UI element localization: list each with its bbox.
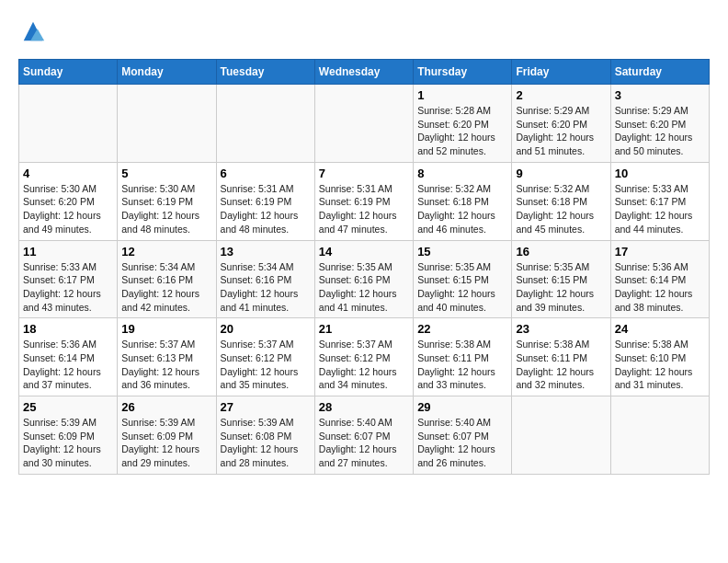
day-info: Sunrise: 5:36 AM Sunset: 6:14 PM Dayligh… — [615, 260, 705, 315]
column-header-friday: Friday — [512, 60, 610, 85]
day-info: Sunrise: 5:38 AM Sunset: 6:11 PM Dayligh… — [516, 338, 606, 392]
day-info: Sunrise: 5:39 AM Sunset: 6:08 PM Dayligh… — [221, 416, 311, 470]
calendar-cell: 9Sunrise: 5:32 AM Sunset: 6:18 PM Daylig… — [512, 162, 610, 240]
calendar-cell: 29Sunrise: 5:40 AM Sunset: 6:07 PM Dayli… — [414, 396, 512, 475]
day-info: Sunrise: 5:30 AM Sunset: 6:19 PM Dayligh… — [121, 182, 211, 236]
day-info: Sunrise: 5:31 AM Sunset: 6:19 PM Dayligh… — [221, 182, 311, 236]
day-number: 16 — [516, 245, 606, 259]
day-number: 15 — [417, 245, 507, 259]
calendar-cell: 19Sunrise: 5:37 AM Sunset: 6:13 PM Dayli… — [118, 318, 216, 396]
logo — [18, 18, 46, 44]
day-info: Sunrise: 5:38 AM Sunset: 6:10 PM Dayligh… — [615, 338, 705, 392]
day-number: 10 — [615, 167, 705, 180]
day-number: 13 — [221, 245, 311, 259]
day-number: 8 — [417, 167, 507, 180]
column-header-monday: Monday — [118, 60, 216, 85]
calendar-cell: 5Sunrise: 5:30 AM Sunset: 6:19 PM Daylig… — [118, 162, 216, 240]
calendar-body: 1Sunrise: 5:28 AM Sunset: 6:20 PM Daylig… — [19, 85, 710, 475]
column-header-sunday: Sunday — [19, 60, 118, 85]
calendar-cell: 27Sunrise: 5:39 AM Sunset: 6:08 PM Dayli… — [216, 396, 314, 475]
day-info: Sunrise: 5:35 AM Sunset: 6:16 PM Dayligh… — [319, 260, 409, 315]
day-info: Sunrise: 5:35 AM Sunset: 6:15 PM Dayligh… — [417, 260, 507, 315]
calendar-cell — [512, 396, 610, 475]
day-number: 27 — [221, 400, 311, 414]
day-info: Sunrise: 5:32 AM Sunset: 6:18 PM Dayligh… — [417, 182, 507, 236]
day-info: Sunrise: 5:40 AM Sunset: 6:07 PM Dayligh… — [319, 416, 409, 470]
calendar-cell — [19, 85, 118, 163]
calendar-table: SundayMondayTuesdayWednesdayThursdayFrid… — [18, 59, 710, 475]
calendar-cell: 12Sunrise: 5:34 AM Sunset: 6:16 PM Dayli… — [118, 240, 216, 318]
day-info: Sunrise: 5:33 AM Sunset: 6:17 PM Dayligh… — [615, 182, 705, 236]
calendar-cell: 10Sunrise: 5:33 AM Sunset: 6:17 PM Dayli… — [610, 162, 709, 240]
day-number: 9 — [516, 167, 606, 180]
day-number: 4 — [23, 167, 113, 180]
day-number: 25 — [23, 400, 113, 414]
day-info: Sunrise: 5:30 AM Sunset: 6:20 PM Dayligh… — [23, 182, 113, 236]
day-number: 19 — [121, 322, 211, 336]
day-info: Sunrise: 5:37 AM Sunset: 6:13 PM Dayligh… — [121, 338, 211, 392]
day-info: Sunrise: 5:39 AM Sunset: 6:09 PM Dayligh… — [121, 416, 211, 470]
calendar-cell: 4Sunrise: 5:30 AM Sunset: 6:20 PM Daylig… — [19, 162, 118, 240]
calendar-cell: 14Sunrise: 5:35 AM Sunset: 6:16 PM Dayli… — [314, 240, 413, 318]
calendar-week-row: 1Sunrise: 5:28 AM Sunset: 6:20 PM Daylig… — [19, 85, 710, 163]
calendar-cell: 8Sunrise: 5:32 AM Sunset: 6:18 PM Daylig… — [414, 162, 512, 240]
day-info: Sunrise: 5:40 AM Sunset: 6:07 PM Dayligh… — [417, 416, 507, 470]
calendar-cell: 6Sunrise: 5:31 AM Sunset: 6:19 PM Daylig… — [216, 162, 314, 240]
calendar-header-row: SundayMondayTuesdayWednesdayThursdayFrid… — [19, 60, 710, 85]
day-number: 29 — [417, 400, 507, 414]
day-number: 24 — [615, 322, 705, 336]
calendar-cell: 18Sunrise: 5:36 AM Sunset: 6:14 PM Dayli… — [19, 318, 118, 396]
day-info: Sunrise: 5:28 AM Sunset: 6:20 PM Dayligh… — [417, 104, 507, 158]
calendar-cell: 24Sunrise: 5:38 AM Sunset: 6:10 PM Dayli… — [610, 318, 709, 396]
page-header — [18, 18, 710, 44]
logo-icon — [20, 18, 46, 44]
calendar-cell: 15Sunrise: 5:35 AM Sunset: 6:15 PM Dayli… — [414, 240, 512, 318]
day-number: 21 — [319, 322, 409, 336]
day-info: Sunrise: 5:39 AM Sunset: 6:09 PM Dayligh… — [23, 416, 113, 470]
day-number: 18 — [23, 322, 113, 336]
calendar-cell: 11Sunrise: 5:33 AM Sunset: 6:17 PM Dayli… — [19, 240, 118, 318]
day-info: Sunrise: 5:34 AM Sunset: 6:16 PM Dayligh… — [221, 260, 311, 315]
calendar-cell: 3Sunrise: 5:29 AM Sunset: 6:20 PM Daylig… — [610, 85, 709, 163]
calendar-cell: 22Sunrise: 5:38 AM Sunset: 6:11 PM Dayli… — [414, 318, 512, 396]
day-number: 17 — [615, 245, 705, 259]
day-info: Sunrise: 5:33 AM Sunset: 6:17 PM Dayligh… — [23, 260, 113, 315]
day-info: Sunrise: 5:36 AM Sunset: 6:14 PM Dayligh… — [23, 338, 113, 392]
column-header-wednesday: Wednesday — [314, 60, 413, 85]
day-info: Sunrise: 5:37 AM Sunset: 6:12 PM Dayligh… — [319, 338, 409, 392]
calendar-week-row: 11Sunrise: 5:33 AM Sunset: 6:17 PM Dayli… — [19, 240, 710, 318]
calendar-cell: 23Sunrise: 5:38 AM Sunset: 6:11 PM Dayli… — [512, 318, 610, 396]
calendar-cell: 28Sunrise: 5:40 AM Sunset: 6:07 PM Dayli… — [314, 396, 413, 475]
calendar-cell — [314, 85, 413, 163]
day-number: 14 — [319, 245, 409, 259]
day-number: 6 — [221, 167, 311, 180]
calendar-week-row: 18Sunrise: 5:36 AM Sunset: 6:14 PM Dayli… — [19, 318, 710, 396]
day-number: 7 — [319, 167, 409, 180]
calendar-cell — [610, 396, 709, 475]
calendar-cell: 16Sunrise: 5:35 AM Sunset: 6:15 PM Dayli… — [512, 240, 610, 318]
day-number: 28 — [319, 400, 409, 414]
calendar-cell: 17Sunrise: 5:36 AM Sunset: 6:14 PM Dayli… — [610, 240, 709, 318]
calendar-cell — [216, 85, 314, 163]
day-number: 22 — [417, 322, 507, 336]
column-header-tuesday: Tuesday — [216, 60, 314, 85]
day-info: Sunrise: 5:32 AM Sunset: 6:18 PM Dayligh… — [516, 182, 606, 236]
day-number: 12 — [121, 245, 211, 259]
day-number: 2 — [516, 88, 606, 102]
calendar-cell: 1Sunrise: 5:28 AM Sunset: 6:20 PM Daylig… — [414, 85, 512, 163]
day-info: Sunrise: 5:35 AM Sunset: 6:15 PM Dayligh… — [516, 260, 606, 315]
calendar-cell: 21Sunrise: 5:37 AM Sunset: 6:12 PM Dayli… — [314, 318, 413, 396]
calendar-week-row: 25Sunrise: 5:39 AM Sunset: 6:09 PM Dayli… — [19, 396, 710, 475]
day-info: Sunrise: 5:37 AM Sunset: 6:12 PM Dayligh… — [221, 338, 311, 392]
day-number: 11 — [23, 245, 113, 259]
calendar-cell: 20Sunrise: 5:37 AM Sunset: 6:12 PM Dayli… — [216, 318, 314, 396]
calendar-cell: 7Sunrise: 5:31 AM Sunset: 6:19 PM Daylig… — [314, 162, 413, 240]
calendar-cell — [118, 85, 216, 163]
day-info: Sunrise: 5:38 AM Sunset: 6:11 PM Dayligh… — [417, 338, 507, 392]
day-number: 23 — [516, 322, 606, 336]
day-number: 5 — [121, 167, 211, 180]
column-header-saturday: Saturday — [610, 60, 709, 85]
day-number: 26 — [121, 400, 211, 414]
day-info: Sunrise: 5:31 AM Sunset: 6:19 PM Dayligh… — [319, 182, 409, 236]
day-info: Sunrise: 5:34 AM Sunset: 6:16 PM Dayligh… — [121, 260, 211, 315]
